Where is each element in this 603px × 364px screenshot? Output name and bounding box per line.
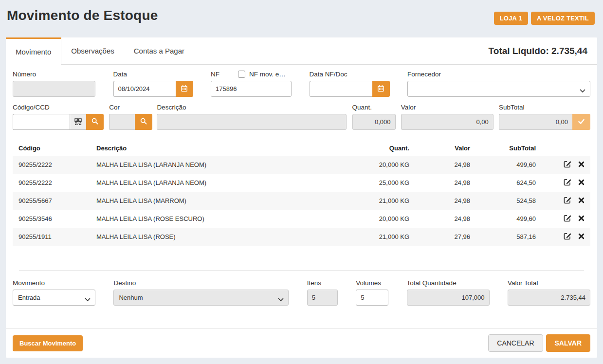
data-label: Data	[113, 71, 193, 78]
cell-codigo: 90255/2222	[13, 174, 91, 192]
field-descricao: Descrição	[157, 104, 347, 130]
data-calendar-button[interactable]	[176, 81, 193, 97]
valor-total-label: Valor Total	[508, 279, 590, 287]
edit-icon[interactable]	[564, 196, 571, 205]
header-descricao: Descrição	[91, 141, 342, 156]
cell-quant: 25,000 KG	[342, 174, 415, 192]
header-actions	[542, 141, 590, 156]
search-icon	[91, 118, 98, 126]
top-bar: Movimento de Estoque LOJA 1 A VELOZ TEXT…	[0, 0, 603, 37]
tab-contas-a-pagar[interactable]: Contas a Pagar	[124, 37, 194, 64]
items-table-body: 90255/2222 MALHA LEILA LISA (LARANJA NEO…	[13, 156, 590, 246]
items-table-header: Código Descrição Quant. Valor SubTotal	[13, 141, 590, 156]
cell-actions	[542, 156, 590, 174]
cell-actions	[542, 210, 590, 228]
cell-actions	[542, 192, 590, 210]
valor-total-input	[508, 290, 590, 306]
edit-icon[interactable]	[564, 160, 571, 169]
header-valor: Valor	[415, 141, 476, 156]
field-valor-total: Valor Total	[508, 279, 590, 306]
data-input[interactable]	[113, 81, 176, 97]
fornecedor-code-input[interactable]	[407, 81, 448, 97]
cell-valor: 24,98	[415, 156, 476, 174]
edit-icon[interactable]	[564, 232, 571, 241]
field-quant: Quant.	[352, 104, 396, 130]
delete-x-icon[interactable]	[578, 179, 585, 187]
subtotal-label: SubTotal	[499, 104, 590, 111]
nf-mov-checkbox-label[interactable]: NF mov. e…	[249, 71, 286, 78]
cell-quant: 20,000 KG	[342, 156, 415, 174]
cancelar-button[interactable]: CANCELAR	[488, 334, 543, 352]
salvar-button[interactable]: SALVAR	[546, 334, 590, 352]
chevron-down-icon	[580, 87, 585, 94]
cell-quant: 21,000 KG	[342, 228, 415, 246]
table-row: 90255/3546 MALHA LEILA LISA (ROSE ESCURO…	[13, 210, 590, 228]
field-destino: Destino Nenhum	[113, 279, 289, 306]
valor-label: Valor	[401, 104, 493, 111]
table-row: 90255/5667 MALHA LEILA LISA (MARROM) 21,…	[13, 192, 590, 210]
descricao-label: Descrição	[157, 104, 347, 111]
company-button[interactable]: A VELOZ TEXTIL	[531, 12, 595, 25]
destino-select: Nenhum	[113, 290, 289, 306]
itens-input	[307, 290, 338, 306]
cor-label: Cor	[109, 104, 151, 111]
delete-x-icon[interactable]	[578, 197, 585, 205]
nf-input[interactable]	[211, 81, 292, 97]
delete-x-icon[interactable]	[578, 161, 585, 169]
cor-search-button[interactable]	[135, 114, 152, 130]
edit-icon[interactable]	[564, 214, 571, 223]
qr-code-icon	[70, 114, 86, 130]
cell-subtotal: 587,16	[476, 228, 542, 246]
fornecedor-select[interactable]	[448, 81, 590, 97]
buscar-movimento-button[interactable]: Buscar Movimento	[13, 335, 83, 351]
cell-actions	[542, 174, 590, 192]
card-body: Número Data	[6, 65, 597, 328]
codigo-search-button[interactable]	[86, 114, 104, 130]
destino-label: Destino	[113, 279, 289, 287]
field-nf: NF NF mov. e…	[211, 71, 292, 97]
cell-valor: 24,98	[415, 210, 476, 228]
cell-valor: 24,98	[415, 192, 476, 210]
tab-observacoes[interactable]: Observações	[61, 37, 124, 64]
fornecedor-label: Fornecedor	[407, 71, 590, 78]
cell-actions	[542, 228, 590, 246]
volumes-input[interactable]	[356, 290, 388, 306]
total-quantidade-label: Total Quantidade	[407, 279, 490, 287]
field-data: Data	[113, 71, 193, 97]
items-table: Código Descrição Quant. Valor SubTotal 9…	[13, 141, 590, 246]
volumes-label: Volumes	[356, 279, 388, 287]
movimento-select[interactable]: Entrada	[13, 290, 95, 306]
cell-valor: 27,96	[415, 228, 476, 246]
edit-icon[interactable]	[564, 178, 571, 187]
tab-bar: Movimento Observações Contas a Pagar Tot…	[6, 37, 597, 65]
total-quantidade-input	[407, 290, 490, 306]
section-divider	[19, 270, 584, 271]
header-codigo: Código	[13, 141, 91, 156]
store-button[interactable]: LOJA 1	[494, 12, 528, 25]
tab-movimento[interactable]: Movimento	[6, 37, 61, 65]
data-nf-doc-input[interactable]	[310, 81, 372, 97]
quant-label: Quant.	[352, 104, 396, 111]
cell-subtotal: 624,50	[476, 174, 542, 192]
field-subtotal: SubTotal	[499, 104, 590, 130]
field-codigo-ccd: Código/CCD	[13, 104, 104, 130]
field-fornecedor: Fornecedor	[407, 71, 590, 97]
codigo-ccd-label: Código/CCD	[13, 104, 104, 111]
search-icon	[140, 118, 147, 126]
field-volumes: Volumes	[356, 279, 388, 306]
delete-x-icon[interactable]	[578, 233, 585, 241]
cell-descricao: MALHA LEILA LISA (ROSE)	[91, 228, 342, 246]
numero-label: Número	[13, 71, 95, 78]
data-nf-doc-calendar-button[interactable]	[372, 81, 390, 97]
cell-subtotal: 499,60	[476, 210, 542, 228]
table-row: 90255/1911 MALHA LEILA LISA (ROSE) 21,00…	[13, 228, 590, 246]
header-subtotal: SubTotal	[476, 141, 542, 156]
cell-codigo: 90255/1911	[13, 228, 91, 246]
codigo-ccd-input[interactable]	[13, 114, 70, 130]
delete-x-icon[interactable]	[578, 215, 585, 223]
table-row: 90255/2222 MALHA LEILA LISA (LARANJA NEO…	[13, 156, 590, 174]
nf-label: NF	[211, 71, 219, 78]
confirm-item-button[interactable]	[572, 114, 590, 130]
cell-descricao: MALHA LEILA LISA (ROSE ESCURO)	[91, 210, 342, 228]
nf-mov-checkbox[interactable]	[238, 71, 245, 78]
